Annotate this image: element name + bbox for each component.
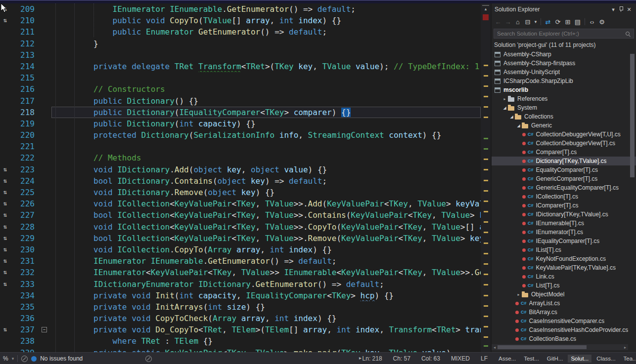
code-text[interactable]: void ICollection.CopyTo(Array array, int… xyxy=(51,244,481,255)
nested-file-view-icon[interactable]: ⊞ xyxy=(563,18,572,26)
encoding-indicator[interactable]: MIXED xyxy=(451,355,470,362)
code-text[interactable]: void IDictionary.Add(object key, object … xyxy=(51,164,481,175)
fold-collapse-box[interactable]: − xyxy=(38,324,51,335)
chevron-expanded-icon[interactable]: ◢ xyxy=(508,115,515,119)
code-text[interactable]: public Dictionary(int capacity) {} xyxy=(51,118,481,129)
zoom-control[interactable]: % xyxy=(3,355,8,362)
code-editor[interactable]: ⇅209 IEnumerator IEnumerable.GetEnumerat… xyxy=(0,3,491,352)
code-line[interactable]: 239 private static KeyValuePair<TKey, TV… xyxy=(0,347,481,352)
code-text[interactable]: private void Init(int capacity, IEqualit… xyxy=(51,290,481,301)
implements-icon[interactable]: ⇅ xyxy=(0,279,10,290)
back-icon[interactable]: ← xyxy=(494,18,502,26)
code-lines-host[interactable]: ⇅209 IEnumerator IEnumerable.GetEnumerat… xyxy=(0,3,481,352)
implements-icon[interactable]: ⇅ xyxy=(0,209,10,221)
implements-icon[interactable]: ⇅ xyxy=(0,255,10,267)
implements-icon[interactable]: ⇅ xyxy=(0,244,10,255)
code-text[interactable]: public void CopyTo(TValue[] array, int i… xyxy=(51,15,481,26)
implements-icon[interactable]: ⇅ xyxy=(0,164,10,175)
tree-item[interactable]: ▸References xyxy=(494,94,636,103)
chevron-expanded-icon[interactable]: ◢ xyxy=(501,106,508,110)
code-line[interactable]: 215 xyxy=(0,72,481,83)
code-text[interactable]: private void InitArrays(int size) {} xyxy=(51,301,481,313)
chevron-collapsed-icon[interactable]: ▸ xyxy=(515,292,522,297)
chevron-collapsed-icon[interactable]: ▸ xyxy=(501,97,508,101)
code-text[interactable]: public Enumerator GetEnumerator() => def… xyxy=(51,26,481,38)
tree-item[interactable]: C#CaseInsensitiveHashCodeProvider.cs xyxy=(494,325,636,334)
code-text[interactable]: bool ICollection<KeyValuePair<TKey, TVal… xyxy=(51,233,481,244)
tree-item[interactable]: ▸ObjectModel xyxy=(494,290,636,299)
code-line[interactable]: 216 // Constructors xyxy=(0,83,481,95)
collapse-icon[interactable]: − xyxy=(42,327,47,332)
tree-item[interactable]: C#IComparer[T].cs xyxy=(494,201,636,210)
code-text[interactable] xyxy=(51,141,481,152)
code-line[interactable]: 217 public Dictionary() {} xyxy=(0,95,481,107)
tree-item[interactable]: C#IEnumerable[T].cs xyxy=(494,219,636,228)
solution-explorer-titlebar[interactable]: Solution Explorer ▾ ✕ xyxy=(492,3,636,15)
panel-tab[interactable]: Test... xyxy=(521,355,542,363)
implements-icon[interactable]: ⇅ xyxy=(0,267,10,278)
code-text[interactable]: private void CopyToCheck(Array array, in… xyxy=(51,313,481,324)
code-text[interactable]: bool ICollection<KeyValuePair<TKey, TVal… xyxy=(51,209,481,221)
tree-item[interactable]: ◢System xyxy=(494,103,636,112)
tree-item[interactable]: C#GenericEqualityComparer[T].cs xyxy=(494,183,636,192)
code-line[interactable]: 212 } xyxy=(0,38,481,49)
solution-root-node[interactable]: Solution 'project-gui' (11 of 11 project… xyxy=(492,40,636,50)
tree-item[interactable]: ICSharpCode.SharpZipLib xyxy=(494,77,636,85)
sync-with-active-document-icon[interactable]: ⇄ xyxy=(544,18,552,26)
code-text[interactable]: // Constructors xyxy=(51,83,481,95)
code-line[interactable]: ⇅226 void ICollection<KeyValuePair<TKey,… xyxy=(0,198,481,209)
panel-tab[interactable]: Asse... xyxy=(496,355,519,363)
code-text[interactable] xyxy=(51,49,481,61)
tree-item[interactable]: C#Dictionary[TKey,TValue].cs xyxy=(492,157,636,165)
tree-item[interactable]: C#KeyValuePair[TKey,TValue].cs xyxy=(494,263,636,272)
implements-icon[interactable]: ⇅ xyxy=(0,175,10,187)
code-text[interactable]: protected Dictionary(SerializationInfo i… xyxy=(51,129,481,141)
tree-item[interactable]: C#ArrayList.cs xyxy=(494,299,636,308)
scroll-up-icon[interactable]: ▴ xyxy=(481,6,491,11)
tree-item[interactable]: C#CaseInsensitiveComparer.cs xyxy=(494,317,636,325)
code-text[interactable]: IEnumerator IEnumerable.GetEnumerator() … xyxy=(51,255,481,267)
tree-item[interactable]: Assembly-UnityScript xyxy=(494,68,636,77)
tree-item[interactable]: C#IList[T].cs xyxy=(494,245,636,254)
panel-tab[interactable]: Tea... xyxy=(621,355,636,363)
issues-status-text[interactable]: No issues found xyxy=(40,355,83,362)
hscroll-left-icon[interactable]: ◂ xyxy=(492,345,498,350)
code-line[interactable]: 234 private void Init(int capacity, IEqu… xyxy=(0,290,481,301)
code-line[interactable]: 219 public Dictionary(int capacity) {} xyxy=(0,118,481,129)
search-input[interactable]: Search Solution Explorer (Ctrl+;) xyxy=(494,29,634,39)
line-indicator[interactable]: Ln: 218 xyxy=(363,355,382,362)
implements-icon[interactable]: ⇅ xyxy=(0,233,10,244)
code-text[interactable]: IDictionaryEnumerator IDictionary.GetEnu… xyxy=(51,279,481,290)
code-text[interactable]: IEnumerator IEnumerable.GetEnumerator() … xyxy=(51,3,481,15)
panel-tab[interactable]: GitH... xyxy=(544,355,566,363)
code-line[interactable]: 218 public Dictionary(IEqualityComparer<… xyxy=(0,107,481,118)
code-line[interactable]: 238 where TRet : TElem {} xyxy=(0,335,481,347)
tree-item[interactable]: C#CollectionBase.cs xyxy=(494,334,636,343)
tree-item[interactable]: C#EqualityComparer[T].cs xyxy=(494,165,636,174)
tree-item[interactable]: C#BitArray.cs xyxy=(494,308,636,317)
code-text[interactable]: // Methods xyxy=(51,152,481,163)
code-line[interactable]: ⇅229 bool ICollection<KeyValuePair<TKey,… xyxy=(0,233,481,244)
tree-item[interactable]: C#List[T].cs xyxy=(494,281,636,290)
issues-status-icon[interactable] xyxy=(31,356,37,362)
home-icon[interactable]: ⌂ xyxy=(513,18,522,26)
code-line[interactable]: 211 public Enumerator GetEnumerator() =>… xyxy=(0,26,481,38)
code-text[interactable]: private void Do_CopyTo<TRet, TElem>(TEle… xyxy=(51,324,481,335)
zoom-dropdown-icon[interactable]: ▾ xyxy=(12,356,14,361)
close-icon[interactable]: ✕ xyxy=(625,6,633,13)
code-text[interactable]: where TRet : TElem {} xyxy=(51,335,481,347)
code-text[interactable]: IEnumerator<KeyValuePair<TKey, TValue>> … xyxy=(51,267,481,278)
tree-item[interactable]: C#Comparer[T].cs xyxy=(494,148,636,157)
code-line[interactable]: ⇅231 IEnumerator IEnumerable.GetEnumerat… xyxy=(0,255,481,267)
code-text[interactable] xyxy=(51,72,481,83)
tree-item[interactable]: C#IEnumerator[T].cs xyxy=(494,228,636,237)
character-indicator[interactable]: Ch: 57 xyxy=(393,355,410,362)
code-line[interactable]: 222 // Methods xyxy=(0,152,481,163)
editor-hscroll-right-icon[interactable]: ▸ xyxy=(359,355,362,361)
code-line[interactable]: ⇅230 void ICollection.CopyTo(Array array… xyxy=(0,244,481,255)
code-line[interactable]: ⇅233 IDictionaryEnumerator IDictionary.G… xyxy=(0,279,481,290)
panel-tab[interactable]: Solut... xyxy=(568,355,591,363)
refresh-icon[interactable]: ⟳ xyxy=(553,18,562,26)
issues-filter-icon[interactable] xyxy=(21,356,28,362)
tree-item[interactable]: Assembly-CSharp-firstpass xyxy=(494,59,636,68)
